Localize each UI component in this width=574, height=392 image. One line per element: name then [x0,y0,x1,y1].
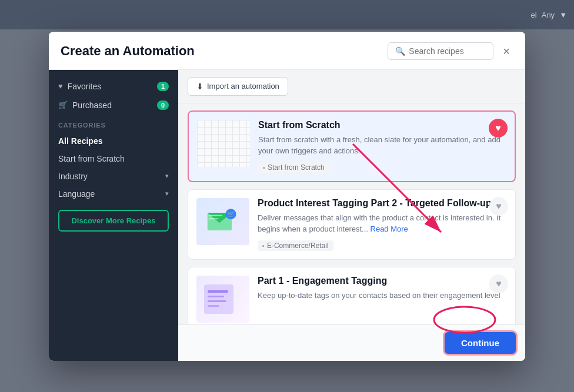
heart-button-engagement[interactable]: ♥ [489,274,508,293]
svg-text:🛒: 🛒 [227,210,235,218]
industry-chevron-icon: ▾ [165,172,169,180]
import-btn-label: Import an automation [207,82,279,91]
modal-title: Create an Automation [61,43,195,59]
sidebar: ♥ Favorites 1 🛒 Purchased 0 CATEGORIES A… [49,70,178,361]
search-icon: 🔍 [395,46,405,56]
recipe-info-scratch: Start from Scratch Start from scratch wi… [258,120,506,173]
recipe-desc-product-interest: Deliver messages that align with the pro… [258,212,507,235]
recipe-card-engagement-tagging[interactable]: Part 1 - Engagement Tagging Keep up-to-d… [188,267,516,324]
favorites-badge: 1 [157,82,169,91]
heart-icon: ♥ [58,82,63,91]
any-label: el [531,11,537,19]
background-toolbar: el Any ▼ [0,0,574,29]
cart-icon: 🛒 [58,100,68,109]
recipe-card-product-interest[interactable]: 🛒 Product Interest Tagging Part 2 - Targ… [188,189,516,260]
heart-button-product-interest[interactable]: ♥ [489,197,508,216]
purchased-badge: 0 [157,100,169,110]
purchased-label: Purchased [72,100,112,110]
discover-more-recipes-button[interactable]: Discover More Recipes [58,210,169,232]
tag-icon-scratch: ▪ [263,164,265,171]
close-button[interactable]: × [499,44,513,58]
engagement-thumbnail [196,276,249,323]
modal-body: ♥ Favorites 1 🛒 Purchased 0 CATEGORIES A… [49,70,525,361]
recipe-tag-scratch: ▪ Start from Scratch [258,162,329,173]
svg-rect-9 [204,284,233,314]
language-label: Language [58,189,95,199]
recipes-list: Start from Scratch Start from scratch wi… [178,103,525,324]
favorites-label: Favorites [68,82,102,91]
recipe-title-product-interest: Product Interest Tagging Part 2 - Target… [258,198,507,209]
start-from-scratch-label: Start from Scratch [58,154,125,163]
recipe-tag-product-interest: ▪ E-Commerce/Retail [258,240,333,251]
import-bar: ⬇ Import an automation [178,70,525,103]
tag-label-scratch: Start from Scratch [268,163,325,172]
modal-dialog: Create an Automation 🔍 × ♥ Favorites 1 [49,32,525,361]
scratch-thumbnail [197,120,250,167]
recipe-info-product-interest: Product Interest Tagging Part 2 - Target… [258,198,507,251]
sidebar-favorites-left: ♥ Favorites [58,82,101,91]
svg-rect-10 [208,290,228,293]
industry-label: Industry [58,172,88,181]
svg-rect-11 [208,296,224,297]
modal-header: Create an Automation 🔍 × [49,32,525,70]
sidebar-item-purchased[interactable]: 🛒 Purchased 0 [49,96,178,115]
svg-rect-12 [208,300,226,302]
search-input[interactable] [409,46,486,56]
import-automation-button[interactable]: ⬇ Import an automation [188,77,288,96]
sidebar-cat-language[interactable]: Language ▾ [49,185,178,203]
sidebar-item-favorites[interactable]: ♥ Favorites 1 [49,77,178,96]
svg-rect-6 [209,218,219,219]
continue-button[interactable]: Continue [445,332,516,354]
read-more-link[interactable]: Read More [371,225,408,233]
modal-footer: Continue [178,324,525,361]
recipe-desc-scratch: Start from scratch with a fresh, clean s… [258,134,506,157]
sidebar-cat-start-from-scratch[interactable]: Start from Scratch [49,150,178,167]
envelope-svg: 🛒 [205,204,241,239]
envelope-thumbnail: 🛒 [196,198,249,245]
heart-button-scratch[interactable]: ♥ [489,119,508,138]
main-content: ⬇ Import an automation Start from Scratc… [178,70,525,361]
all-recipes-label: All Recipes [58,136,102,146]
recipe-info-engagement: Part 1 - Engagement Tagging Keep up-to-d… [258,276,507,306]
svg-rect-5 [209,215,222,216]
tag-label-product: E-Commerce/Retail [267,242,329,250]
tag-icon-product: ▪ [262,242,265,249]
engagement-svg [199,279,246,320]
search-box[interactable]: 🔍 [388,42,493,60]
any-value: Any [542,11,555,19]
categories-section-label: CATEGORIES [49,115,178,132]
download-icon: ⬇ [196,82,203,91]
recipe-card-start-from-scratch[interactable]: Start from Scratch Start from scratch wi… [188,110,516,182]
sidebar-cat-industry[interactable]: Industry ▾ [49,167,178,185]
recipe-title-scratch: Start from Scratch [258,120,506,130]
sidebar-cat-all-recipes[interactable]: All Recipes [49,132,178,150]
recipe-title-engagement: Part 1 - Engagement Tagging [258,276,507,286]
modal-header-right: 🔍 × [388,42,513,60]
sidebar-purchased-left: 🛒 Purchased [58,100,112,110]
chevron-bg: ▼ [559,11,567,19]
modal-overlay: el Any ▼ Create an Automation 🔍 × [0,0,574,392]
svg-rect-13 [208,305,219,307]
recipe-desc-engagement: Keep up-to-date tags on your contacts ba… [258,290,507,301]
language-chevron-icon: ▾ [165,190,169,197]
